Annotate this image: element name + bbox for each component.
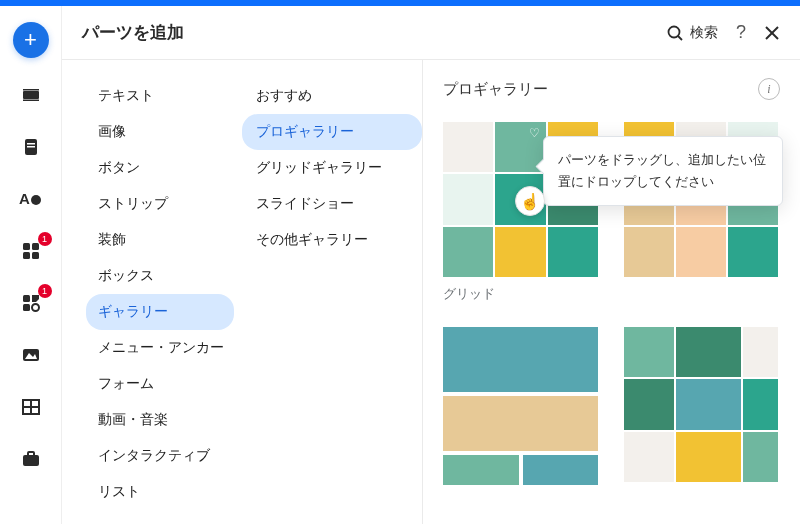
page-icon[interactable] <box>16 132 46 162</box>
subcategory-list: おすすめ プロギャラリー グリッドギャラリー スライドショー その他ギャラリー <box>242 60 422 524</box>
drag-hint-tooltip: パーツをドラッグし、追加したい位置にドロップしてください <box>543 136 783 206</box>
category-item[interactable]: ストリップ <box>86 186 234 222</box>
gallery-presets-grid: ♡ グリッド <box>443 122 780 485</box>
svg-rect-0 <box>23 91 39 99</box>
svg-rect-1 <box>23 89 39 91</box>
gallery-section-title: プロギャラリー <box>443 80 758 99</box>
category-item[interactable]: ギャラリー <box>86 294 234 330</box>
svg-point-7 <box>31 195 41 205</box>
category-item[interactable]: 動画・音楽 <box>86 402 234 438</box>
close-icon <box>764 25 780 41</box>
svg-rect-21 <box>28 452 34 456</box>
svg-point-22 <box>668 26 679 37</box>
apps-icon[interactable]: 1 <box>16 236 46 266</box>
category-list: テキスト 画像 ボタン ストリップ 装飾 ボックス ギャラリー メニュー・アンカ… <box>62 60 242 524</box>
preset-thumbs <box>443 327 598 485</box>
svg-rect-4 <box>27 143 35 145</box>
panel-title: パーツを追加 <box>82 21 648 44</box>
svg-rect-9 <box>32 243 39 250</box>
text-style-icon[interactable]: A <box>16 184 46 214</box>
category-item[interactable]: 装飾 <box>86 222 234 258</box>
panel-header: パーツを追加 検索 ? <box>62 6 800 60</box>
preset-mosaic[interactable] <box>624 327 781 485</box>
briefcase-icon[interactable] <box>16 444 46 474</box>
strip-icon[interactable] <box>16 80 46 110</box>
svg-rect-12 <box>23 295 30 302</box>
add-button[interactable]: + <box>13 22 49 58</box>
search-icon <box>666 24 684 42</box>
preset-caption: グリッド <box>443 285 600 303</box>
category-item[interactable]: フォーム <box>86 366 234 402</box>
svg-text:A: A <box>19 190 30 207</box>
close-button[interactable] <box>764 25 780 41</box>
svg-point-14 <box>32 304 39 311</box>
info-button[interactable]: i <box>758 78 780 100</box>
app-root: + A 1 1 パーツを追加 <box>0 6 800 524</box>
svg-line-23 <box>678 36 682 40</box>
category-item[interactable]: テキスト <box>86 78 234 114</box>
svg-rect-13 <box>23 304 30 311</box>
apps-badge: 1 <box>38 232 52 246</box>
addons-badge: 1 <box>38 284 52 298</box>
search-button[interactable]: 検索 <box>666 24 718 42</box>
gallery-pane: プロギャラリー i ♡ グリッド <box>422 60 800 524</box>
preset-stack[interactable] <box>443 327 600 485</box>
main-panel: パーツを追加 検索 ? テキスト 画像 ボタン ストリップ 装飾 ボックス <box>62 6 800 524</box>
category-item[interactable]: インタラクティブ <box>86 438 234 474</box>
image-icon[interactable] <box>16 340 46 370</box>
search-label: 検索 <box>690 24 718 42</box>
drag-cursor-icon: ☝ <box>515 186 545 216</box>
category-item[interactable]: ボックス <box>86 258 234 294</box>
category-item[interactable]: 画像 <box>86 114 234 150</box>
subcategory-item[interactable]: その他ギャラリー <box>242 222 422 258</box>
svg-rect-10 <box>23 252 30 259</box>
svg-rect-8 <box>23 243 30 250</box>
left-rail: + A 1 1 <box>0 6 62 524</box>
panel-body: テキスト 画像 ボタン ストリップ 装飾 ボックス ギャラリー メニュー・アンカ… <box>62 60 800 524</box>
subcategory-item[interactable]: グリッドギャラリー <box>242 150 422 186</box>
table-icon[interactable] <box>16 392 46 422</box>
subcategory-item[interactable]: スライドショー <box>242 186 422 222</box>
category-item[interactable]: メニュー・アンカー <box>86 330 234 366</box>
help-button[interactable]: ? <box>736 22 746 43</box>
preset-thumbs <box>624 327 779 482</box>
svg-rect-5 <box>27 146 35 148</box>
subcategory-item[interactable]: おすすめ <box>242 78 422 114</box>
category-item[interactable]: リスト <box>86 474 234 510</box>
svg-rect-11 <box>32 252 39 259</box>
addons-icon[interactable]: 1 <box>16 288 46 318</box>
subcategory-item[interactable]: プロギャラリー <box>242 114 422 150</box>
svg-rect-2 <box>23 100 39 102</box>
heart-icon: ♡ <box>529 126 540 140</box>
category-item[interactable]: ボタン <box>86 150 234 186</box>
